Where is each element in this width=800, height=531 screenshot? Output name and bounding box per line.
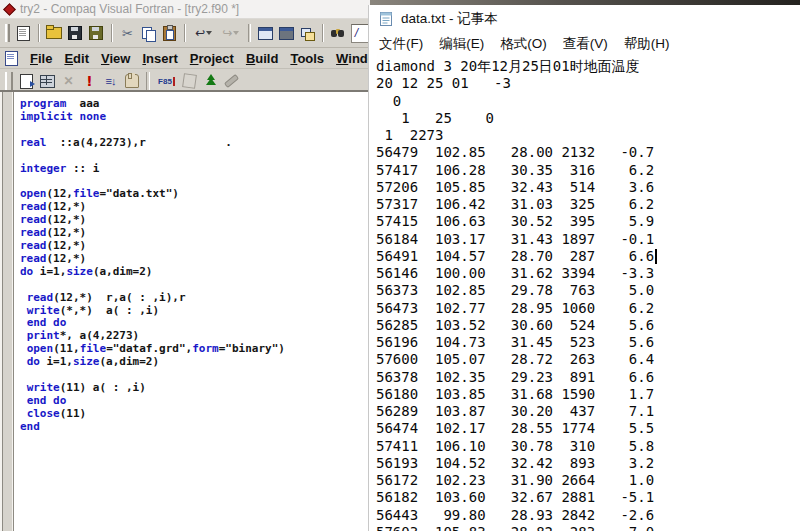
data-line: 57415 106.63 30.52 395 5.9 bbox=[376, 213, 800, 230]
code-line: integer :: i bbox=[20, 163, 372, 176]
fortran-source-code[interactable]: program aaaimplicit none real ::a(4,2273… bbox=[20, 98, 372, 531]
fortran-tool-button[interactable]: F85 bbox=[154, 71, 179, 91]
workspace-window-icon bbox=[258, 27, 273, 40]
undo-button[interactable]: ↩ bbox=[190, 23, 217, 43]
code-line: write(11) a( : ,i) bbox=[20, 382, 372, 395]
compile-button[interactable] bbox=[16, 71, 37, 91]
notepad-menu-item[interactable]: 编辑(E) bbox=[431, 35, 492, 53]
menu-item-window[interactable]: Window bbox=[330, 51, 372, 66]
tools-button[interactable] bbox=[221, 71, 242, 91]
screen: { "colors": { "keyword_blue": "#1818c8",… bbox=[0, 0, 800, 531]
cvf-menu-items: FileEditViewInsertProjectBuildToolsWindo… bbox=[24, 51, 372, 66]
cvf-window: try2 - Compaq Visual Fortran - [try2.f90… bbox=[0, 0, 373, 531]
data-line: 57603 105.83 28.82 283 7.0 bbox=[376, 524, 800, 531]
menu-item-build[interactable]: Build bbox=[240, 51, 285, 66]
toolbar-separator bbox=[111, 24, 113, 42]
green-tree-icon bbox=[205, 74, 217, 88]
data-line: 57206 105.85 32.43 514 3.6 bbox=[376, 179, 800, 196]
notepad-menu-item[interactable]: 帮助(H) bbox=[616, 35, 678, 53]
notepad-text-area[interactable]: diamond 3 20年12月25日01时地面温度20 12 25 01 -3… bbox=[369, 55, 800, 531]
data-line: 56443 99.80 28.93 2842 -2.6 bbox=[376, 507, 800, 524]
data-line: 56473 102.77 28.95 1060 6.2 bbox=[376, 300, 800, 317]
editor-left-frame bbox=[0, 92, 14, 531]
code-line: end bbox=[20, 421, 372, 434]
data-line: 56172 102.23 31.90 2664 1.0 bbox=[376, 472, 800, 489]
f85-label: F85 bbox=[158, 77, 175, 86]
save-all-button[interactable] bbox=[86, 23, 107, 43]
toolbar-separator bbox=[146, 72, 150, 90]
document-child-icon[interactable] bbox=[5, 51, 18, 66]
data-line: 0 bbox=[376, 93, 800, 110]
open-folder-icon bbox=[46, 27, 62, 39]
search-button[interactable] bbox=[328, 23, 349, 43]
toolbar-grip[interactable] bbox=[5, 72, 13, 90]
data-line: 56196 104.73 31.45 523 5.6 bbox=[376, 334, 800, 351]
data-line: diamond 3 20年12月25日01时地面温度 bbox=[376, 58, 800, 75]
toolbar-separator bbox=[322, 24, 324, 42]
code-line: do i=1,size(a,dim=2) bbox=[20, 266, 372, 279]
save-button[interactable] bbox=[65, 23, 86, 43]
menu-item-tools[interactable]: Tools bbox=[284, 51, 330, 66]
menu-item-insert[interactable]: Insert bbox=[136, 51, 183, 66]
menu-item-view[interactable]: View bbox=[95, 51, 136, 66]
save-all-icon bbox=[89, 26, 103, 40]
data-line: 1 2273 bbox=[376, 127, 800, 144]
paste-icon bbox=[163, 26, 176, 41]
output-window-icon bbox=[279, 27, 294, 40]
data-line: 56491 104.57 28.70 287 6.6 bbox=[376, 248, 800, 265]
menu-item-project[interactable]: Project bbox=[184, 51, 240, 66]
data-line: 20 12 25 01 -3 bbox=[376, 75, 800, 92]
notepad-menu-item[interactable]: 格式(O) bbox=[492, 35, 555, 53]
page-tool-button[interactable] bbox=[179, 71, 200, 91]
data-line: 56193 104.52 32.42 893 3.2 bbox=[376, 455, 800, 472]
code-line: implicit none bbox=[20, 111, 372, 124]
new-file-button[interactable] bbox=[13, 23, 34, 43]
cvf-menubar: FileEditViewInsertProjectBuildToolsWindo… bbox=[0, 48, 372, 69]
notepad-window: data.txt - 记事本 文件(F)编辑(E)格式(O)查看(V)帮助(H)… bbox=[368, 5, 800, 531]
data-line: 57417 106.28 30.35 316 6.2 bbox=[376, 162, 800, 179]
redo-dropdown-icon bbox=[233, 31, 239, 35]
search-binoculars-icon bbox=[331, 28, 345, 38]
notepad-menu-item[interactable]: 文件(F) bbox=[371, 35, 431, 53]
redo-icon: ↪ bbox=[222, 27, 232, 39]
cut-button[interactable]: ✂ bbox=[117, 23, 138, 43]
notepad-menubar: 文件(F)编辑(E)格式(O)查看(V)帮助(H) bbox=[369, 33, 800, 55]
notepad-menu-item[interactable]: 查看(V) bbox=[555, 35, 616, 53]
copy-button[interactable] bbox=[138, 23, 159, 43]
open-file-button[interactable] bbox=[44, 23, 65, 43]
workspace-pane-button[interactable] bbox=[255, 23, 276, 43]
data-line: 1 25 0 bbox=[376, 110, 800, 127]
dependencies-button[interactable] bbox=[200, 71, 221, 91]
window-list-button[interactable] bbox=[297, 23, 318, 43]
data-line: 56289 103.87 30.20 437 7.1 bbox=[376, 403, 800, 420]
data-line: 56479 102.85 28.00 2132 -0.7 bbox=[376, 144, 800, 161]
execute-program-button[interactable]: ! bbox=[79, 71, 100, 91]
notepad-titlebar: data.txt - 记事本 bbox=[369, 5, 800, 33]
cvf-titlebar: try2 - Compaq Visual Fortran - [try2.f90… bbox=[0, 0, 372, 19]
data-line: 56373 102.85 29.78 763 5.0 bbox=[376, 282, 800, 299]
compile-icon bbox=[20, 74, 33, 89]
cvf-code-editor[interactable]: program aaaimplicit none real ::a(4,2273… bbox=[0, 90, 372, 531]
notepad-file-icon bbox=[378, 11, 394, 27]
data-line: 56474 102.17 28.55 1774 5.5 bbox=[376, 420, 800, 437]
output-pane-button[interactable] bbox=[276, 23, 297, 43]
code-line: real ::a(4,2273),r . bbox=[20, 137, 372, 150]
undo-dropdown-icon bbox=[206, 31, 212, 35]
undo-icon: ↩ bbox=[195, 27, 205, 39]
data-line: 56180 103.85 31.68 1590 1.7 bbox=[376, 386, 800, 403]
breakpoint-button[interactable] bbox=[121, 71, 142, 91]
toolbar-grip[interactable] bbox=[5, 24, 10, 42]
go-list-icon: ≡↓ bbox=[106, 75, 116, 87]
save-icon bbox=[68, 26, 82, 40]
cvf-app-icon bbox=[4, 4, 15, 15]
menu-item-file[interactable]: File bbox=[24, 51, 58, 66]
paste-button[interactable] bbox=[159, 23, 180, 43]
toolbar-separator bbox=[38, 24, 40, 42]
build-button[interactable] bbox=[37, 71, 58, 91]
go-button[interactable]: ≡↓ bbox=[100, 71, 121, 91]
menu-item-edit[interactable]: Edit bbox=[58, 51, 95, 66]
stop-build-button[interactable]: ✕ bbox=[58, 71, 79, 91]
redo-button[interactable]: ↪ bbox=[217, 23, 244, 43]
notepad-window-title: data.txt - 记事本 bbox=[401, 10, 498, 28]
data-line: 56182 103.60 32.67 2881 -5.1 bbox=[376, 489, 800, 506]
